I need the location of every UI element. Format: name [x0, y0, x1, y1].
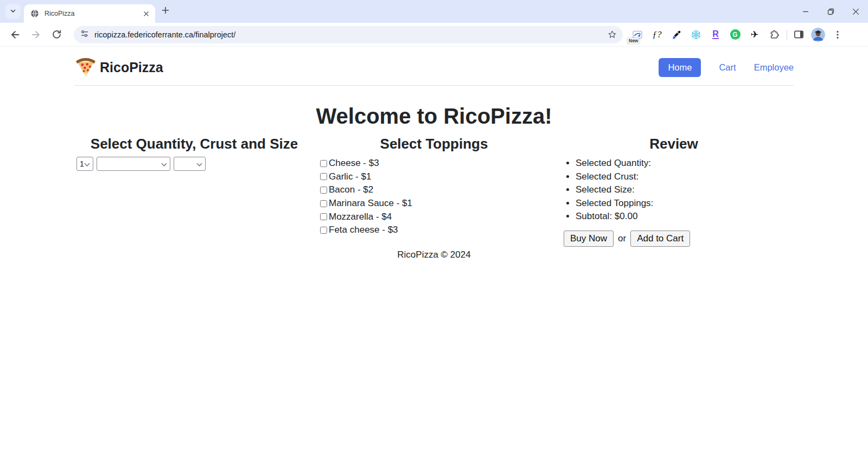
- tab-close-icon[interactable]: [141, 9, 151, 18]
- extensions-puzzle-icon[interactable]: [766, 27, 782, 43]
- plus-icon: [162, 7, 169, 16]
- browser-tab-strip: RicoPizza: [0, 0, 868, 23]
- plane-extension-icon[interactable]: ✈: [746, 27, 763, 43]
- topping-label: Cheese - $3: [329, 158, 379, 169]
- screenshot-extension-icon[interactable]: New: [629, 27, 646, 43]
- window-controls: [793, 0, 868, 23]
- topping-label: Marinara Sauce - $1: [329, 198, 412, 209]
- toolbar-divider: [787, 30, 787, 40]
- topping-label: Garlic - $1: [329, 171, 371, 182]
- toppings-heading: Select Toppings: [314, 136, 554, 152]
- topping-checkbox-mozzarella[interactable]: [320, 213, 327, 220]
- topping-row: Mozzarella - $4: [320, 210, 554, 223]
- tab-search-button[interactable]: [5, 4, 21, 19]
- browser-menu-icon[interactable]: [829, 27, 846, 43]
- add-to-cart-button[interactable]: Add to Cart: [630, 231, 690, 247]
- nav-cart-link[interactable]: Cart: [719, 62, 736, 73]
- review-item-size: Selected Size:: [576, 183, 794, 197]
- browser-tab[interactable]: RicoPizza: [24, 4, 155, 23]
- new-tab-button[interactable]: [158, 4, 173, 18]
- address-bar[interactable]: ricopizza.federicoferrante.ca/finalproje…: [74, 26, 623, 43]
- page-title: Welcome to RicoPizza!: [0, 103, 868, 129]
- topping-row: Garlic - $1: [320, 170, 554, 184]
- review-heading: Review: [554, 136, 794, 152]
- topping-checkbox-feta[interactable]: [320, 227, 327, 234]
- order-columns: Select Quantity, Crust and Size 1 Select…: [74, 131, 794, 247]
- selection-heading: Select Quantity, Crust and Size: [74, 136, 314, 152]
- review-column: Review Selected Quantity: Selected Crust…: [554, 131, 794, 247]
- nav-home-button[interactable]: Home: [659, 58, 701, 77]
- size-select[interactable]: [174, 157, 206, 171]
- or-label: or: [618, 233, 626, 244]
- review-item-subtotal: Subtotal: $0.00: [576, 210, 794, 223]
- hexweb-extension-icon[interactable]: [688, 27, 704, 43]
- close-window-button[interactable]: [843, 0, 868, 23]
- new-badge: New: [627, 38, 640, 44]
- back-button[interactable]: [7, 26, 24, 43]
- topping-row: Bacon - $2: [320, 183, 554, 197]
- pizza-logo-icon: [74, 55, 97, 80]
- topping-row: Marinara Sauce - $1: [320, 197, 554, 210]
- topping-checkbox-bacon[interactable]: [320, 187, 327, 194]
- toppings-list: Cheese - $3 Garlic - $1 Bacon - $2 Marin…: [314, 157, 554, 237]
- site-header: RicoPizza Home Cart Employee: [74, 47, 794, 86]
- brand: RicoPizza: [74, 55, 163, 80]
- topping-checkbox-cheese[interactable]: [320, 160, 327, 167]
- topping-checkbox-marinara[interactable]: [320, 200, 327, 207]
- site-nav: Home Cart Employee: [659, 58, 794, 77]
- topping-label: Mozzarella - $4: [329, 212, 392, 222]
- review-actions: Buy Now or Add to Cart: [554, 231, 794, 247]
- site-settings-icon[interactable]: [80, 29, 89, 40]
- grammarly-extension-icon[interactable]: G: [727, 27, 743, 43]
- review-list: Selected Quantity: Selected Crust: Selec…: [554, 157, 794, 223]
- extensions-row: New ƒ? R G ✈: [629, 27, 849, 43]
- reload-button[interactable]: [48, 26, 65, 43]
- avatar: [811, 28, 825, 42]
- minimize-button[interactable]: [793, 0, 818, 23]
- toppings-column: Select Toppings Cheese - $3 Garlic - $1 …: [314, 131, 554, 247]
- quantity-select[interactable]: 1: [76, 157, 93, 171]
- review-item-quantity: Selected Quantity:: [576, 157, 794, 170]
- profile-avatar[interactable]: [810, 27, 826, 43]
- forward-button[interactable]: [27, 26, 44, 43]
- review-item-crust: Selected Crust:: [576, 170, 794, 184]
- brand-name: RicoPizza: [100, 60, 163, 75]
- bookmark-star-icon[interactable]: [605, 28, 618, 41]
- restore-button[interactable]: [818, 0, 843, 23]
- eyedropper-extension-icon[interactable]: [668, 27, 685, 43]
- url-text[interactable]: ricopizza.federicoferrante.ca/finalproje…: [94, 30, 605, 39]
- chevron-down-icon: [10, 7, 16, 16]
- browser-toolbar: ricopizza.federicoferrante.ca/finalproje…: [0, 23, 868, 47]
- topping-row: Cheese - $3: [320, 157, 554, 170]
- site-footer: RicoPizza © 2024: [0, 250, 868, 260]
- globe-icon: [30, 9, 39, 18]
- function-extension-icon[interactable]: ƒ?: [649, 27, 665, 43]
- topping-row: Feta cheese - $3: [320, 223, 554, 237]
- buy-now-button[interactable]: Buy Now: [564, 231, 614, 247]
- topping-checkbox-garlic[interactable]: [320, 173, 327, 180]
- topping-label: Feta cheese - $3: [329, 225, 398, 235]
- r-extension-icon[interactable]: R: [707, 27, 724, 43]
- crust-select[interactable]: [97, 157, 170, 171]
- selects-row: 1: [74, 157, 314, 171]
- side-panel-icon[interactable]: [790, 27, 807, 43]
- review-item-toppings: Selected Toppings:: [576, 197, 794, 210]
- tab-title: RicoPizza: [44, 10, 141, 17]
- nav-employee-link[interactable]: Employee: [754, 62, 794, 73]
- topping-label: Bacon - $2: [329, 184, 373, 195]
- page-content: RicoPizza Home Cart Employee Welcome to …: [0, 47, 868, 467]
- selection-column: Select Quantity, Crust and Size 1: [74, 131, 314, 247]
